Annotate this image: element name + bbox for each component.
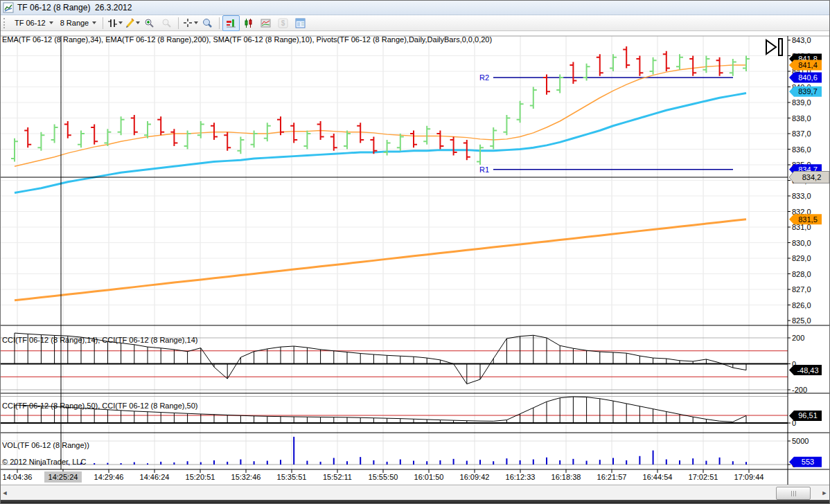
horizontal-scrollbar[interactable]: ◄ ►	[0, 485, 830, 501]
crosshair-price-badge-text: 834,2	[802, 173, 822, 181]
time-axis-label: 14:29:46	[94, 473, 124, 481]
price-axis-label: 829,0	[792, 254, 811, 262]
dollar-button[interactable]: $	[274, 15, 292, 31]
toolbar-separator	[178, 17, 179, 29]
time-axis-label: 16:12:33	[506, 473, 536, 481]
price-axis-label: 826,0	[792, 301, 811, 309]
price-axis-label: 837,0	[792, 129, 811, 138]
ema34-value-badge-text: 841,4	[798, 61, 818, 69]
pivot-label-r1: R1	[479, 165, 489, 174]
instrument-label: TF 06-12	[15, 19, 46, 27]
series-line-ema200	[15, 219, 746, 300]
chart-style-icon	[226, 18, 236, 28]
candlestick-button[interactable]	[240, 15, 257, 31]
toolbar: TF 06-12 8 Range $	[0, 15, 830, 31]
price-axis-label: 825,0	[792, 316, 811, 325]
titlebar: TF 06-12 (8 Range) 26.3.2012	[0, 0, 830, 15]
bar-period-icon	[107, 18, 118, 28]
time-axis-label: 16:09:42	[460, 473, 490, 481]
zoom-in-button[interactable]	[141, 15, 158, 31]
crosshair-icon	[183, 18, 193, 28]
properties-button[interactable]	[292, 15, 309, 31]
svg-text:$: $	[281, 19, 285, 27]
price-axis-label: 836,0	[792, 145, 811, 154]
scrollbar-thumb[interactable]	[776, 487, 811, 500]
ema200-value-badge-text: 831,5	[798, 215, 818, 224]
scroll-left-arrow-icon[interactable]: ◄	[0, 487, 10, 499]
interval-label: 8 Range	[60, 19, 89, 27]
interval-selector[interactable]: 8 Range	[57, 17, 100, 28]
cci14-panel-header: CCI(TF 06-12 (8 Range),14), CCI(TF 06-12…	[2, 336, 197, 344]
time-axis-label: 14:46:24	[140, 473, 170, 481]
price-axis-label: 839,0	[792, 98, 811, 107]
go-to-last-bar-icon[interactable]	[766, 40, 776, 54]
cci14-axis-label: -200	[792, 386, 807, 394]
price-axis-label: 838,0	[792, 114, 811, 123]
time-axis-label: 14:25:24	[48, 473, 78, 481]
window-bottom-edge	[0, 500, 830, 504]
bar-period-button[interactable]	[106, 15, 123, 31]
series-line-sma10	[15, 93, 746, 193]
time-axis-label: 14:04:36	[3, 473, 33, 481]
cci14-value-badge-text: -48,43	[797, 366, 818, 375]
app-icon	[3, 2, 14, 13]
price-panel-header: EMA(TF 06-12 (8 Range),34), EMA(TF 06-12…	[2, 35, 492, 44]
toolbar-separator	[103, 17, 103, 29]
time-axis-label: 15:55:50	[369, 473, 398, 481]
time-axis-label: 16:18:38	[551, 473, 581, 481]
time-axis-label: 15:32:46	[231, 473, 261, 481]
time-axis-label: 15:20:51	[186, 473, 215, 481]
crosshair-button[interactable]	[182, 15, 199, 31]
time-axis-label: 15:52:11	[323, 473, 352, 481]
toolbar-grip-handle[interactable]	[3, 18, 7, 28]
properties-icon	[295, 18, 306, 28]
cci14-axis-label: 200	[792, 334, 804, 342]
cci50-value-badge-text: 96,51	[798, 411, 818, 420]
time-axis-label: 16:44:54	[643, 473, 673, 481]
chevron-down-icon	[92, 21, 96, 24]
go-to-last-bar-icon[interactable]	[779, 39, 782, 55]
price-axis-label: 827,0	[792, 285, 811, 294]
price-axis-label: 843,0	[792, 36, 811, 44]
toolbar-buttons: $	[100, 15, 309, 31]
zoom-out-icon	[161, 18, 172, 28]
copyright-label: © 2012 NinjaTrader, LLC	[2, 458, 86, 466]
sma10-value-badge-text: 839,7	[798, 87, 818, 96]
pivot-r2-value-badge-text: 840,6	[798, 73, 818, 82]
pivot-label-r2: R2	[479, 73, 489, 82]
time-axis-label: 17:09:44	[734, 473, 764, 481]
chart-canvas[interactable]: R2R1825,0826,0827,0828,0829,0830,0831,08…	[0, 0, 830, 504]
cci50-panel-header: CCI(TF 06-12 (8 Range),50), CCI(TF 06-12…	[2, 402, 197, 410]
price-axis-label: 830,0	[792, 239, 811, 247]
regions-button[interactable]	[257, 15, 274, 31]
pencil-icon	[125, 18, 135, 28]
time-axis-label: 15:35:51	[277, 473, 307, 481]
data-box-icon	[202, 18, 213, 28]
candlestick-icon	[243, 18, 254, 28]
time-axis-label: 16:21:57	[597, 473, 627, 481]
chevron-down-icon	[118, 21, 123, 24]
zoom-in-icon	[144, 18, 154, 28]
price-axis-label: 833,0	[792, 192, 811, 200]
chevron-down-icon	[136, 21, 140, 24]
volume-value-badge-text: 553	[802, 458, 814, 466]
time-axis-label: 16:01:50	[414, 473, 444, 481]
chevron-down-icon	[49, 21, 53, 24]
pencil-button[interactable]	[123, 15, 141, 31]
chart-style-button[interactable]	[222, 15, 240, 31]
scroll-right-arrow-icon[interactable]: ►	[820, 487, 829, 499]
regions-icon	[261, 18, 271, 28]
data-box-button[interactable]	[199, 15, 216, 31]
chevron-down-icon	[194, 21, 198, 24]
instrument-selector[interactable]: TF 06-12	[11, 17, 57, 28]
window-title: TF 06-12 (8 Range) 26.3.2012	[17, 3, 132, 12]
time-axis-label: 17:02:51	[689, 473, 718, 481]
price-axis-label: 828,0	[792, 270, 811, 278]
zoom-out-button[interactable]	[158, 15, 175, 31]
volume-panel-header: VOL(TF 06-12 (8 Range))	[2, 441, 89, 449]
toolbar-separator	[219, 17, 220, 29]
volume-axis-label: 5000	[792, 437, 809, 445]
dollar-icon: $	[278, 18, 288, 28]
